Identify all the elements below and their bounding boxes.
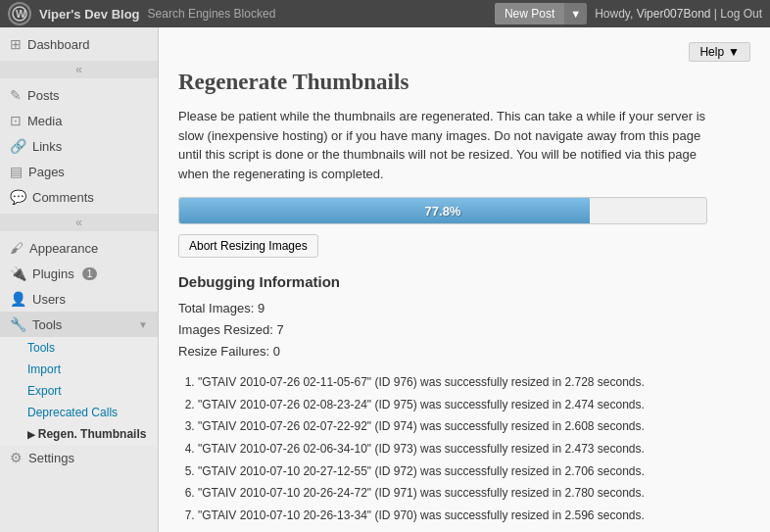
sidebar-item-dashboard[interactable]: ⊞ Dashboard xyxy=(0,31,158,57)
media-icon: ⊡ xyxy=(10,113,22,128)
submenu-item-deprecated[interactable]: Deprecated Calls xyxy=(0,402,158,423)
resize-list-item: "GTAIV 2010-07-26 02-07-22-92" (ID 974) … xyxy=(198,416,750,438)
resize-list-item: "GTAIV 2010-07-10 20-26-24-72" (ID 971) … xyxy=(198,483,750,505)
sidebar-item-tools[interactable]: 🔧 Tools ▼ xyxy=(0,312,158,337)
progress-bar-container: 77.8% xyxy=(178,197,707,224)
debug-title: Debugging Information xyxy=(178,273,750,290)
howdy-text: Howdy, Viper007Bond | Log Out xyxy=(595,7,762,21)
top-bar: W Viper's Dev Blog Search Engines Blocke… xyxy=(0,0,770,27)
help-arrow-icon: ▼ xyxy=(728,45,740,59)
sidebar-item-settings[interactable]: ⚙ Settings xyxy=(0,445,158,470)
sidebar: ⊞ Dashboard « ✎ Posts ⊡ Media 🔗 Links ▤ … xyxy=(0,27,159,532)
progress-label: 77.8% xyxy=(179,198,706,223)
users-icon: 👤 xyxy=(10,291,26,307)
sidebar-comments-label: Comments xyxy=(32,190,94,205)
sidebar-item-appearance[interactable]: 🖌 Appearance xyxy=(0,235,158,261)
resize-list-item: "GTAIV 2010-07-10 20-27-12-55" (ID 972) … xyxy=(198,461,750,483)
sidebar-tools-label: Tools xyxy=(32,317,62,332)
resize-failures-label: Resize Failures: xyxy=(178,344,269,359)
submenu-item-export[interactable]: Export xyxy=(0,380,158,402)
sidebar-media-label: Media xyxy=(27,114,62,128)
pages-icon: ▤ xyxy=(10,164,23,179)
tools-icon: 🔧 xyxy=(10,316,26,332)
total-images-value: 9 xyxy=(258,301,265,315)
new-post-button[interactable]: New Post xyxy=(495,3,564,24)
plugins-badge: 1 xyxy=(82,267,98,280)
total-images-row: Total Images: 9 xyxy=(178,298,750,319)
username-link[interactable]: Viper007Bond xyxy=(637,7,711,21)
sidebar-dashboard-label: Dashboard xyxy=(27,37,90,52)
new-post-dropdown-button[interactable]: ▼ xyxy=(564,3,587,24)
submenu-item-tools[interactable]: Tools xyxy=(0,337,158,359)
images-resized-label: Images Resized: xyxy=(178,322,273,337)
sidebar-collapse-2[interactable]: « xyxy=(0,214,158,231)
sidebar-item-plugins[interactable]: 🔌 Plugins 1 xyxy=(0,261,158,286)
sidebar-plugins-label: Plugins xyxy=(32,266,74,281)
new-post-group: New Post ▼ xyxy=(495,3,587,24)
total-images-label: Total Images: xyxy=(178,301,254,315)
log-out-button[interactable]: Log Out xyxy=(720,7,762,21)
comments-icon: 💬 xyxy=(10,189,26,205)
abort-button[interactable]: Abort Resizing Images xyxy=(178,234,318,258)
resize-list-item: "GTAIV 2010-07-26 02-11-05-67" (ID 976) … xyxy=(198,372,750,394)
help-bar: Help ▼ xyxy=(178,42,750,62)
dashboard-icon: ⊞ xyxy=(10,36,22,52)
settings-icon: ⚙ xyxy=(10,450,23,465)
appearance-icon: 🖌 xyxy=(10,240,24,256)
tools-expand-icon: ▼ xyxy=(138,319,148,330)
sidebar-top-section: ⊞ Dashboard xyxy=(0,27,158,61)
sidebar-item-comments[interactable]: 💬 Comments xyxy=(0,184,158,210)
images-resized-value: 7 xyxy=(276,322,283,337)
sidebar-pages-label: Pages xyxy=(28,165,65,179)
resize-list: "GTAIV 2010-07-26 02-11-05-67" (ID 976) … xyxy=(198,372,750,526)
links-icon: 🔗 xyxy=(10,138,26,154)
sidebar-users-label: Users xyxy=(32,292,66,307)
site-name[interactable]: Viper's Dev Blog xyxy=(39,7,140,22)
sidebar-item-links[interactable]: 🔗 Links xyxy=(0,133,158,159)
posts-icon: ✎ xyxy=(10,87,22,103)
resize-list-item: "GTAIV 2010-07-26 02-06-34-10" (ID 973) … xyxy=(198,439,750,460)
wp-logo: W xyxy=(8,2,31,25)
resize-list-item: "GTAIV 2010-07-10 20-26-13-34" (ID 970) … xyxy=(198,506,750,527)
sidebar-appearance-label: Appearance xyxy=(29,241,98,256)
sidebar-posts-label: Posts xyxy=(27,88,60,103)
resize-failures-row: Resize Failures: 0 xyxy=(178,341,750,363)
svg-text:W: W xyxy=(16,8,26,20)
sidebar-item-pages[interactable]: ▤ Pages xyxy=(0,159,158,184)
sidebar-links-label: Links xyxy=(32,139,62,154)
sidebar-collapse-1[interactable]: « xyxy=(0,61,158,78)
sidebar-item-posts[interactable]: ✎ Posts xyxy=(0,82,158,108)
submenu-item-regen[interactable]: Regen. Thumbnails xyxy=(0,423,158,445)
description-text: Please be patient while the thumbnails a… xyxy=(178,107,707,183)
help-label: Help xyxy=(699,45,724,59)
images-resized-row: Images Resized: 7 xyxy=(178,319,750,341)
sidebar-item-users[interactable]: 👤 Users xyxy=(0,286,158,312)
sidebar-bottom-section: 🖌 Appearance 🔌 Plugins 1 👤 Users 🔧 Tools… xyxy=(0,231,158,474)
plugins-icon: 🔌 xyxy=(10,266,26,281)
submenu-item-import[interactable]: Import xyxy=(0,359,158,380)
sidebar-settings-label: Settings xyxy=(28,451,74,465)
page-title: Regenerate Thumbnails xyxy=(178,70,750,95)
resize-failures-value: 0 xyxy=(273,344,280,359)
debug-stats: Total Images: 9 Images Resized: 7 Resize… xyxy=(178,298,750,363)
sidebar-item-media[interactable]: ⊡ Media xyxy=(0,108,158,133)
sidebar-middle-section: ✎ Posts ⊡ Media 🔗 Links ▤ Pages 💬 Commen… xyxy=(0,78,158,214)
search-blocked-label: Search Engines Blocked xyxy=(148,7,276,21)
layout: ⊞ Dashboard « ✎ Posts ⊡ Media 🔗 Links ▤ … xyxy=(0,27,770,532)
main-content: Help ▼ Regenerate Thumbnails Please be p… xyxy=(159,27,770,532)
help-button[interactable]: Help ▼ xyxy=(689,42,750,62)
resize-list-item: "GTAIV 2010-07-26 02-08-23-24" (ID 975) … xyxy=(198,395,750,416)
